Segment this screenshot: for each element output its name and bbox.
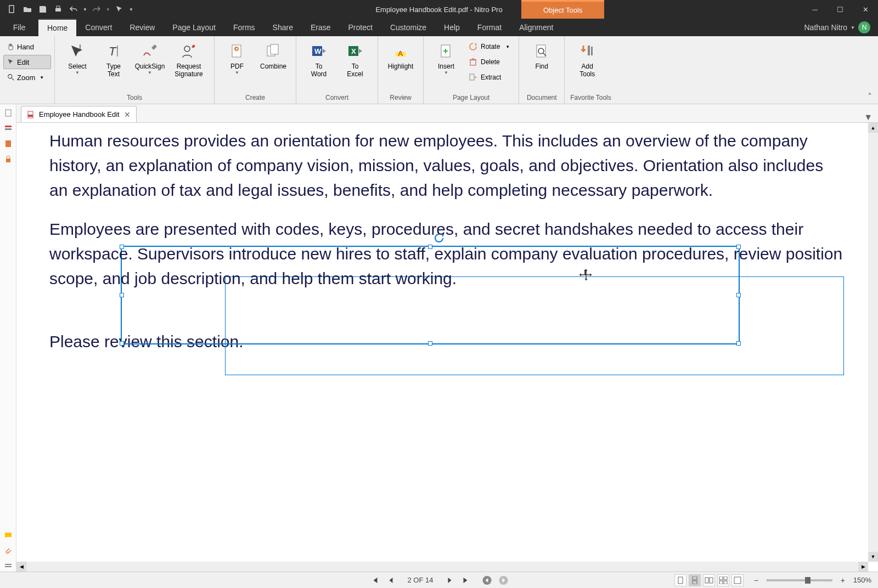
collapse-ribbon-icon[interactable]: ˄	[865, 92, 875, 101]
first-page-icon[interactable]	[369, 575, 380, 586]
highlight-button[interactable]: AHighlight	[384, 39, 418, 72]
find-button[interactable]: Find	[525, 39, 559, 72]
tab-home[interactable]: Home	[38, 19, 76, 36]
quicksign-button[interactable]: QuickSign▼	[133, 39, 167, 77]
scroll-up-icon[interactable]: ▲	[868, 123, 878, 133]
type-text-button[interactable]: TType Text	[97, 39, 131, 80]
pages-panel-icon[interactable]	[3, 108, 14, 118]
paragraph-2: Employees are presented with codes, keys…	[49, 217, 845, 291]
tab-customize[interactable]: Customize	[381, 19, 435, 36]
select-button[interactable]: ISelect▼	[60, 39, 94, 77]
word-icon: W	[309, 42, 329, 61]
ribbon-group-page-layout: Insert▼ Rotate▼ Delete Extract Page Layo…	[424, 36, 519, 104]
svg-rect-35	[28, 115, 33, 117]
edit-mode-button[interactable]: Edit	[3, 55, 51, 69]
scroll-left-icon[interactable]: ◀	[16, 562, 26, 572]
svg-text:X: X	[351, 47, 356, 55]
close-button[interactable]: ✕	[853, 0, 878, 19]
extract-button[interactable]: Extract	[465, 70, 513, 84]
type-text-icon: T	[104, 42, 123, 61]
svg-rect-45	[719, 581, 723, 584]
horizontal-scrollbar[interactable]: ◀ ▶	[16, 562, 868, 572]
svg-rect-40	[693, 581, 697, 584]
output-panel-icon[interactable]	[3, 561, 14, 572]
tab-alignment[interactable]: Alignment	[510, 19, 562, 36]
tab-erase[interactable]: Erase	[302, 19, 340, 36]
tab-protect[interactable]: Protect	[340, 19, 381, 36]
highlight-icon: A	[391, 42, 410, 61]
print-icon[interactable]	[52, 3, 65, 16]
insert-icon	[436, 42, 456, 61]
document-tab[interactable]: Employee Handbook Edit ✕	[21, 106, 137, 122]
title-bar: ▼ ▼ ▼ Employee Handbook Edit.pdf - Nitro…	[0, 0, 878, 19]
group-label-favorite: Favorite Tools	[570, 93, 611, 103]
tab-share[interactable]: Share	[264, 19, 302, 36]
next-view-icon[interactable]	[498, 575, 509, 586]
svg-text:✦: ✦	[235, 47, 239, 52]
request-signature-button[interactable]: Request Signature	[169, 39, 209, 80]
document-view[interactable]: Human resources provides an orientation …	[16, 123, 878, 572]
new-file-icon[interactable]	[5, 3, 19, 16]
last-page-icon[interactable]	[460, 575, 471, 586]
insert-button[interactable]: Insert▼	[429, 39, 463, 77]
tab-page-layout[interactable]: Page Layout	[164, 19, 224, 36]
hand-mode-button[interactable]: Hand	[3, 39, 51, 54]
prev-view-icon[interactable]	[481, 575, 492, 586]
minimize-button[interactable]: ─	[802, 0, 828, 19]
open-folder-icon[interactable]	[21, 3, 34, 16]
pdf-button[interactable]: ✦PDF▼	[220, 39, 254, 77]
fullscreen-view-icon[interactable]	[731, 574, 744, 586]
scroll-down-icon[interactable]: ▼	[868, 552, 878, 562]
attachments-panel-icon[interactable]	[3, 545, 14, 556]
to-word-button[interactable]: WTo Word	[302, 39, 336, 80]
facing-continuous-view-icon[interactable]	[717, 574, 729, 586]
select-tool-icon[interactable]	[113, 3, 126, 16]
redo-icon[interactable]	[90, 3, 103, 16]
context-tab-object-tools[interactable]: Object Tools	[521, 0, 604, 19]
zoom-in-icon[interactable]: +	[838, 575, 848, 585]
svg-text:T: T	[109, 44, 117, 58]
combine-button[interactable]: Combine	[256, 39, 290, 72]
add-tools-button[interactable]: Add Tools	[570, 39, 604, 80]
vertical-scrollbar[interactable]: ▲ ▼	[868, 123, 878, 562]
zoom-slider[interactable]	[767, 579, 832, 581]
tab-overflow-icon[interactable]: ▼	[864, 112, 873, 122]
combine-icon	[263, 42, 283, 61]
scroll-right-icon[interactable]: ▶	[858, 562, 868, 572]
file-menu[interactable]: File	[0, 19, 38, 36]
mode-group: Hand Edit Zoom▼	[0, 36, 55, 104]
ribbon-group-create: ✦PDF▼ Combine Create	[215, 36, 296, 104]
prev-page-icon[interactable]	[386, 575, 397, 586]
next-page-icon[interactable]	[444, 575, 455, 586]
tab-help[interactable]: Help	[435, 19, 469, 36]
rotate-button[interactable]: Rotate▼	[465, 39, 513, 54]
qat-dropdown-icon[interactable]: ▼	[128, 3, 134, 16]
single-page-view-icon[interactable]	[674, 574, 686, 586]
continuous-view-icon[interactable]	[689, 574, 701, 586]
tab-review[interactable]: Review	[121, 19, 164, 36]
app-title: Employee Handbook Edit.pdf - Nitro Pro	[375, 5, 502, 14]
svg-rect-47	[734, 577, 741, 584]
ribbon-group-convert: WTo Word XTo Excel Convert	[296, 36, 378, 104]
tab-convert[interactable]: Convert	[76, 19, 121, 36]
comments-panel-icon[interactable]	[3, 530, 14, 541]
undo-dropdown-icon[interactable]: ▼	[82, 3, 88, 16]
maximize-button[interactable]: ☐	[828, 0, 853, 19]
layers-panel-icon[interactable]	[3, 138, 14, 149]
save-icon[interactable]	[36, 3, 49, 16]
security-panel-icon[interactable]	[3, 154, 14, 165]
svg-rect-0	[9, 5, 14, 13]
user-menu[interactable]: Nathan Nitro ▼ N	[804, 19, 878, 36]
facing-view-icon[interactable]	[703, 574, 715, 586]
tab-forms[interactable]: Forms	[224, 19, 264, 36]
zoom-mode-button[interactable]: Zoom▼	[3, 70, 51, 84]
zoom-out-icon[interactable]: −	[751, 575, 761, 585]
delete-button[interactable]: Delete	[465, 55, 513, 69]
close-tab-icon[interactable]: ✕	[124, 110, 131, 119]
to-excel-button[interactable]: XTo Excel	[338, 39, 372, 80]
redo-dropdown-icon[interactable]: ▼	[105, 3, 111, 16]
bookmarks-panel-icon[interactable]	[3, 123, 14, 134]
tab-format[interactable]: Format	[469, 19, 510, 36]
undo-icon[interactable]	[67, 3, 80, 16]
ribbon-group-review: AHighlight Review	[378, 36, 424, 104]
